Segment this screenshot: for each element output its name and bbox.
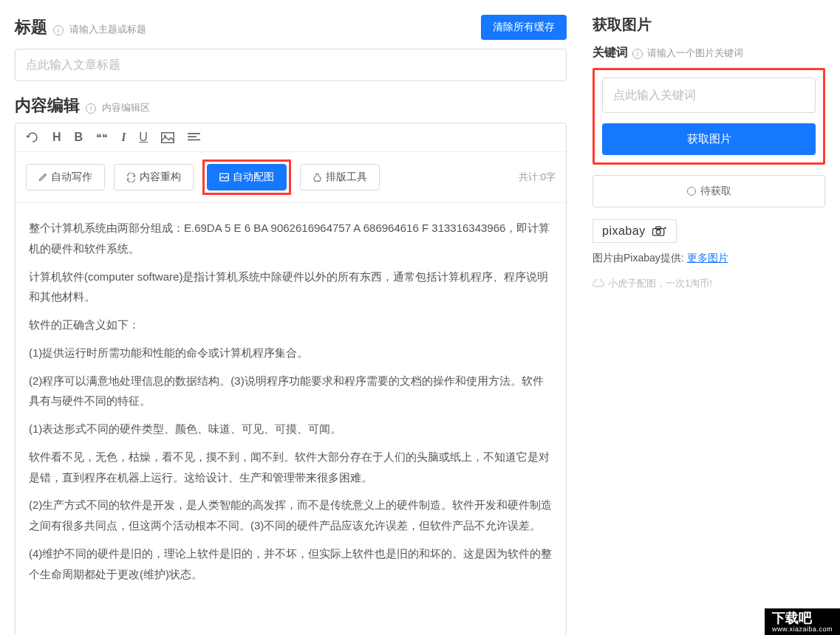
- content-paragraph: (2)生产方式不同的软件是开发，是人类智能的高发挥，而不是传统意义上的硬件制造。…: [29, 495, 553, 536]
- content-paragraph: 整个计算机系统由两部分组成：E.69DA 5 E 6 BA 9062616964…: [29, 218, 553, 259]
- content-paragraph: (1)提供运行时所需功能和性能的命令或计算机程序集合。: [29, 343, 553, 363]
- word-count: 共计:0字: [519, 171, 556, 184]
- restructure-label: 内容重构: [140, 171, 181, 184]
- restructure-button[interactable]: 内容重构: [114, 164, 194, 190]
- editor: H B ❝❝ I U 自动写作 内容重构: [15, 123, 567, 635]
- fetch-image-button[interactable]: 获取图片: [602, 123, 816, 155]
- image-icon[interactable]: [161, 132, 174, 143]
- info-icon: i: [86, 103, 96, 114]
- clear-cache-button[interactable]: 清除所有缓存: [481, 15, 567, 40]
- article-title-input[interactable]: [15, 49, 567, 81]
- info-icon: i: [632, 49, 643, 59]
- more-images-link[interactable]: 更多图片: [687, 252, 728, 264]
- content-paragraph: (1)表达形式不同的硬件类型、颜色、味道、可见、可摸、可闻。: [29, 419, 553, 439]
- svg-point-7: [656, 230, 660, 234]
- undo-icon[interactable]: [26, 131, 39, 143]
- info-icon: i: [53, 25, 64, 35]
- image-panel-title: 获取图片: [593, 15, 825, 35]
- toolbar-formatting: H B ❝❝ I U: [16, 123, 566, 152]
- keyword-hint: 请输入一个图片关键词: [647, 47, 743, 60]
- heading-icon[interactable]: H: [52, 131, 61, 144]
- toolbar-actions: 自动写作 内容重构 自动配图 排版工具 共计:0字: [16, 152, 566, 203]
- keyword-label: 关键词: [593, 45, 628, 61]
- svg-rect-8: [655, 227, 660, 229]
- quote-icon[interactable]: ❝❝: [96, 131, 108, 143]
- content-paragraph: (2)程序可以满意地处理信息的数据结构。(3)说明程序功能要求和程序需要的文档的…: [29, 371, 553, 412]
- title-hint: 请输入主题或标题: [69, 23, 146, 36]
- auto-write-label: 自动写作: [51, 171, 92, 184]
- svg-rect-0: [162, 132, 174, 143]
- highlight-keyword-block: 获取图片: [593, 68, 825, 165]
- underline-icon[interactable]: U: [139, 131, 148, 144]
- content-section-label: 内容编辑: [15, 95, 80, 117]
- content-paragraph: 软件的正确含义如下：: [29, 315, 553, 335]
- title-section-label: 标题: [15, 16, 47, 38]
- circle-icon: [687, 187, 696, 196]
- auto-image-button[interactable]: 自动配图: [207, 164, 287, 190]
- content-hint: 内容编辑区: [102, 101, 150, 114]
- layout-tool-button[interactable]: 排版工具: [300, 164, 380, 190]
- svg-point-9: [664, 227, 666, 230]
- pixabay-logo: pixabay: [593, 219, 677, 243]
- watermark: 下载吧 www.xiazaiba.com: [765, 608, 840, 635]
- auto-image-label: 自动配图: [233, 171, 274, 184]
- highlight-auto-image: 自动配图: [202, 159, 291, 195]
- cloud-icon: [593, 279, 604, 288]
- content-paragraph: 软件看不见，无色，枯燥，看不见，摸不到，闻不到。软件大部分存在于人们的头脑或纸上…: [29, 447, 553, 488]
- editor-body[interactable]: 整个计算机系统由两部分组成：E.69DA 5 E 6 BA 9062616964…: [16, 203, 566, 635]
- auto-write-button[interactable]: 自动写作: [26, 164, 105, 190]
- content-paragraph: (4)维护不同的硬件是旧的，理论上软件是旧的，并不坏，但实际上软件也是旧的和坏的…: [29, 543, 553, 585]
- align-icon[interactable]: [188, 132, 200, 143]
- footer-note: 小虎子配图，一次1淘币!: [593, 277, 825, 290]
- keyword-input[interactable]: [602, 78, 816, 113]
- bold-icon[interactable]: B: [75, 131, 83, 144]
- italic-icon[interactable]: I: [121, 131, 126, 144]
- layout-tool-label: 排版工具: [326, 171, 367, 184]
- content-paragraph: 计算机软件(computer software)是指计算机系统中除硬件以外的所有…: [29, 267, 553, 308]
- pending-status: 待获取: [593, 175, 825, 207]
- pending-label: 待获取: [700, 185, 731, 198]
- provider-line: 图片由Pixabay提供: 更多图片: [593, 252, 825, 265]
